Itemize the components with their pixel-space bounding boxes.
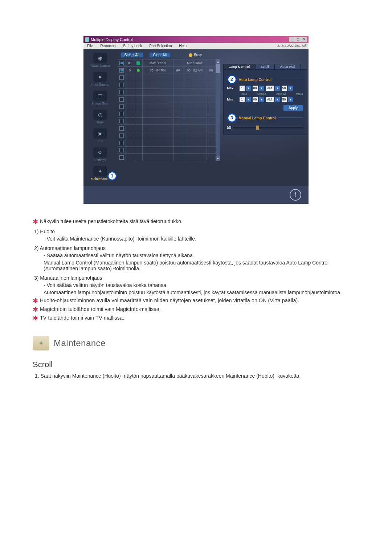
manual-lamp-slider[interactable] — [233, 127, 303, 128]
grid-row[interactable]: 0 05 : 04 PM 60 03 : 02 AM 80 — [118, 67, 216, 74]
menu-port-selection[interactable]: Port Selection — [146, 43, 175, 49]
tab-lamp-control[interactable]: Lamp Control — [223, 64, 256, 69]
sidebar-time[interactable]: ◴ Time — [84, 108, 116, 126]
dropdown-icon[interactable]: ▾ — [246, 97, 251, 102]
row-checkbox[interactable] — [119, 83, 124, 87]
status-bar: ! — [83, 186, 309, 204]
cell-min: 03 : 02 AM — [183, 67, 207, 74]
max-minute-input[interactable]: 00 — [253, 86, 258, 91]
row-checkbox[interactable] — [119, 148, 124, 152]
item-2-cont: Manual Lamp Control (Manuaalinen lampun … — [44, 260, 359, 271]
sublabel-value: Value — [296, 92, 303, 95]
tab-scroll[interactable]: Scroll — [255, 64, 274, 69]
sublabel-hour: Hour — [241, 92, 247, 95]
menu-help[interactable]: Help — [175, 43, 190, 49]
scroll-thumb[interactable] — [216, 64, 220, 73]
sidebar-label: Image Size — [84, 102, 116, 105]
image-size-icon: ◫ — [93, 91, 107, 101]
min-ampm-input[interactable]: AM — [266, 97, 274, 102]
col-status-icon — [136, 61, 140, 65]
maximize-button[interactable]: □ — [295, 37, 301, 42]
grid-pane: Select All Clear All Busy ID — [117, 49, 220, 184]
dropdown-icon[interactable]: ▾ — [275, 97, 280, 102]
input-source-icon: ➤ — [93, 72, 107, 82]
sidebar-settings[interactable]: ⚙ Settings — [84, 146, 116, 163]
document-body: ✱ Näkyviin tulee useita perustietokohtei… — [33, 218, 359, 379]
minimize-button[interactable]: _ — [289, 37, 295, 42]
row-checkbox[interactable] — [119, 119, 124, 123]
auto-lamp-title: Auto Lamp Control — [239, 78, 272, 82]
max-ampm-input[interactable]: AM — [266, 86, 274, 91]
select-all-button[interactable]: Select All — [121, 52, 143, 58]
col-max-status: Max Status — [143, 59, 173, 66]
row-checkbox[interactable] — [119, 141, 124, 145]
row-checkbox[interactable] — [119, 75, 124, 80]
busy-icon — [189, 53, 192, 57]
row-checkbox[interactable] — [119, 90, 124, 94]
dropdown-icon[interactable]: ▾ — [288, 86, 293, 91]
sidebar-power-control[interactable]: ◉ Power Control — [84, 52, 116, 69]
dropdown-icon[interactable]: ▾ — [259, 86, 264, 91]
note-on-power: Huolto-ohjaustoiminnon avulla voi määrit… — [40, 297, 299, 303]
dropdown-icon[interactable]: ▾ — [288, 97, 293, 102]
manual-value: 50 — [227, 126, 231, 130]
brand-label: SAMSUNG DIGITall — [275, 43, 309, 49]
auto-lamp-max-row: Max. 1 ▾ 00 ▾ AM ▾ 50 ▾ — [227, 86, 303, 91]
row-checkbox[interactable] — [119, 126, 124, 131]
max-value-input[interactable]: 50 — [282, 86, 287, 91]
row-checkbox[interactable] — [119, 97, 124, 102]
callout-2: 2 — [227, 75, 237, 84]
maintenance-icon: ✦ — [93, 166, 107, 176]
sidebar-maintenance[interactable]: ✦ Maintenance 1 — [84, 165, 116, 182]
sidebar-image-size[interactable]: ◫ Image Size — [84, 89, 116, 107]
sidebar-pip[interactable]: ▣ PIP — [84, 127, 116, 144]
sidebar-label: PIP — [84, 139, 116, 143]
settings-icon: ⚙ — [93, 147, 107, 157]
sidebar-input-source[interactable]: ➤ Input Source — [84, 70, 116, 88]
manual-lamp-title: Manual Lamp Control — [239, 116, 276, 120]
row-checkbox[interactable] — [119, 155, 124, 160]
sidebar-label: Power Control — [84, 64, 116, 67]
row-checkbox[interactable] — [119, 134, 124, 138]
scroll-down-icon[interactable]: ▾ — [216, 156, 220, 161]
sidebar-label: Settings — [84, 158, 116, 162]
star-icon: ✱ — [33, 218, 40, 225]
col-max-value — [173, 59, 183, 66]
row-checkbox[interactable] — [119, 112, 124, 116]
dropdown-icon[interactable]: ▾ — [246, 86, 251, 91]
titlebar: Multiple Display Control _ □ × — [83, 36, 309, 43]
grid-row-empty — [118, 132, 216, 139]
clear-all-button[interactable]: Clear All — [149, 52, 171, 58]
callout-3: 3 — [227, 113, 237, 123]
grid-scrollbar[interactable]: ▴ ▾ — [216, 59, 220, 161]
dropdown-icon[interactable]: ▾ — [259, 97, 264, 102]
item-3-cont: Automaattinen lampunohjaustoiminto poist… — [44, 290, 359, 295]
grid-header: ID Max Status Min Status — [118, 59, 216, 67]
window-title: Multiple Display Control — [91, 37, 133, 42]
dropdown-icon[interactable]: ▾ — [275, 86, 280, 91]
sidebar-label: Time — [84, 120, 116, 124]
menu-remocon[interactable]: Remocon — [97, 43, 119, 49]
row-checkbox[interactable] — [119, 104, 124, 109]
max-hour-input[interactable]: 1 — [240, 86, 245, 91]
scroll-heading: Scroll — [33, 360, 359, 369]
header-checkbox-icon[interactable] — [119, 61, 124, 65]
menu-safety-lock[interactable]: Safety Lock — [119, 43, 146, 49]
star-icon: ✱ — [33, 315, 40, 321]
grid-row-empty — [118, 110, 216, 118]
cell-maxv: 60 — [173, 67, 183, 74]
settings-pane: Lamp Control Scroll Video Wall 2 Auto La… — [220, 49, 309, 184]
min-minute-input[interactable]: 00 — [253, 97, 258, 102]
min-hour-input[interactable]: 1 — [240, 97, 245, 102]
row-checkbox[interactable] — [119, 68, 124, 73]
callout-1: 1 — [107, 171, 117, 181]
close-button[interactable]: × — [301, 37, 307, 42]
apply-button[interactable]: Apply — [283, 105, 303, 111]
grid-row-empty — [118, 125, 216, 132]
sidebar: ◉ Power Control ➤ Input Source ◫ Image S… — [83, 49, 117, 184]
slider-thumb[interactable] — [256, 126, 259, 130]
menu-file[interactable]: File — [83, 43, 97, 49]
tab-video-wall[interactable]: Video Wall — [274, 64, 301, 69]
min-value-input[interactable]: 50 — [282, 97, 287, 102]
scroll-up-icon[interactable]: ▴ — [216, 59, 220, 64]
